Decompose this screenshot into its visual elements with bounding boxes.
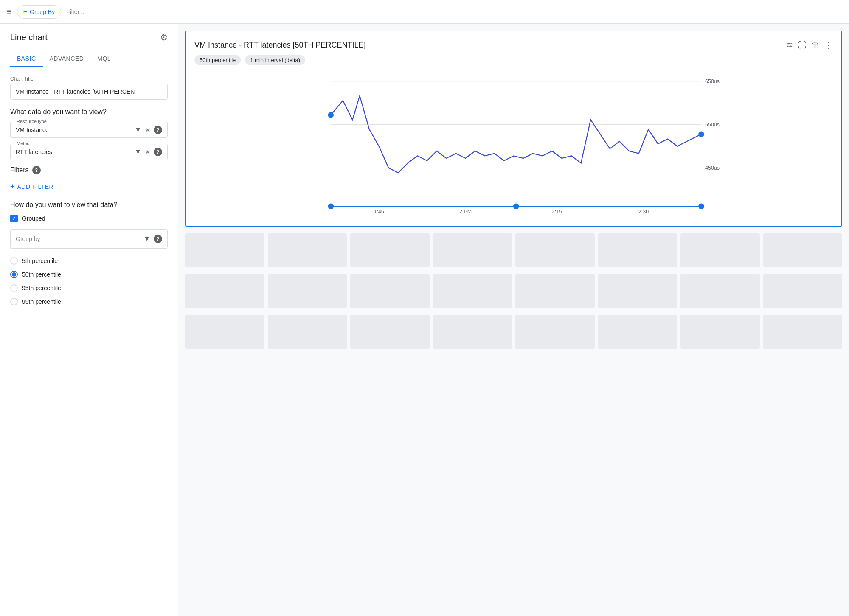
radio-p95-outer <box>10 284 18 292</box>
filter-lines-icon: ≡ <box>7 7 12 17</box>
thumbnail-cell[interactable] <box>680 274 760 308</box>
group-by-dropdown[interactable]: Group by ▼ ? <box>10 229 168 249</box>
plus-icon: + <box>23 8 27 16</box>
top-bar: ≡ + Group By <box>0 0 849 24</box>
thumbnail-cell[interactable] <box>763 233 843 267</box>
expand-icon[interactable]: ⛶ <box>798 40 807 50</box>
panel-title: Line chart <box>10 33 48 42</box>
metric-label: Metric <box>15 141 31 146</box>
radio-p5-outer <box>10 257 18 265</box>
chart-handle-top-right[interactable] <box>698 132 704 137</box>
resource-type-clear-icon[interactable]: ✕ <box>145 126 150 134</box>
thumbnail-cell[interactable] <box>185 274 264 308</box>
resource-type-actions: ▼ ✕ ? <box>135 126 162 134</box>
svg-text:450us: 450us <box>705 165 720 171</box>
tab-basic[interactable]: BASIC <box>10 51 43 67</box>
radio-p99-outer <box>10 298 18 305</box>
metric-clear-icon[interactable]: ✕ <box>145 148 150 156</box>
thumbnail-cell[interactable] <box>680 315 760 349</box>
group-by-label: Group By <box>30 8 55 15</box>
filters-label: Filters <box>10 166 29 174</box>
settings-icon[interactable]: ⚙ <box>160 32 168 42</box>
chart-title-input[interactable] <box>10 84 168 100</box>
radio-p50[interactable]: 50th percentile <box>10 271 168 278</box>
resource-type-help-icon[interactable]: ? <box>154 126 162 134</box>
chart-handle-bottom-left[interactable] <box>328 204 334 210</box>
grouped-row: Grouped <box>10 215 168 222</box>
radio-p5[interactable]: 5th percentile <box>10 257 168 265</box>
thumbnail-cell[interactable] <box>185 233 264 267</box>
metric-actions: ▼ ✕ ? <box>135 148 162 156</box>
svg-text:2 PM: 2 PM <box>459 209 472 215</box>
more-options-icon[interactable]: ⋮ <box>824 40 833 50</box>
thumbnail-cell[interactable] <box>598 315 678 349</box>
thumbnail-cell[interactable] <box>763 274 843 308</box>
data-section-heading: What data do you want to view? <box>10 108 168 116</box>
thumbnail-cell[interactable] <box>268 274 347 308</box>
radio-p50-inner <box>12 272 16 277</box>
chart-card: VM Instance - RTT latencies [50TH PERCEN… <box>185 31 842 227</box>
add-filter-plus-icon: + <box>10 182 15 191</box>
thumbnail-cell[interactable] <box>515 274 595 308</box>
resource-type-value: VM Instance <box>16 126 135 133</box>
thumbnail-grid-2 <box>185 274 842 308</box>
thumbnail-cell[interactable] <box>433 233 512 267</box>
metric-dropdown[interactable]: Metric RTT latencies ▼ ✕ ? <box>10 144 168 160</box>
thumbnail-cell[interactable] <box>680 233 760 267</box>
delete-icon[interactable]: 🗑 <box>812 41 819 50</box>
thumbnail-cell[interactable] <box>268 315 347 349</box>
thumbnail-cell[interactable] <box>350 274 430 308</box>
resource-type-label: Resource type <box>15 119 48 124</box>
thumbnail-cell[interactable] <box>433 315 512 349</box>
line-chart-svg: 1:45 2 PM 2:15 2:30 650us 550us 450us <box>194 72 833 216</box>
main-layout: Line chart ⚙ BASIC ADVANCED MQL Chart Ti… <box>0 24 849 616</box>
group-by-help-icon[interactable]: ? <box>154 235 162 243</box>
thumbnail-cell[interactable] <box>350 233 430 267</box>
group-by-button[interactable]: + Group By <box>17 5 61 19</box>
panel-header: Line chart ⚙ <box>10 32 168 42</box>
filter-input[interactable] <box>66 8 842 15</box>
chart-title-field: Chart Title <box>10 76 168 100</box>
radio-p99-label: 99th percentile <box>22 298 61 305</box>
radio-p5-label: 5th percentile <box>22 258 58 264</box>
metric-arrow-icon[interactable]: ▼ <box>135 148 141 156</box>
group-by-arrow-icon[interactable]: ▼ <box>143 235 150 243</box>
filters-help-icon[interactable]: ? <box>32 166 41 174</box>
chart-handle-bottom-right[interactable] <box>698 204 704 210</box>
add-filter-label: ADD FILTER <box>17 183 54 190</box>
tag-interval: 1 min interval (delta) <box>245 55 305 65</box>
group-by-text: Group by <box>16 235 143 242</box>
svg-text:1:45: 1:45 <box>374 209 384 215</box>
tab-advanced[interactable]: ADVANCED <box>43 51 91 67</box>
chart-handle-top-left[interactable] <box>328 112 334 118</box>
thumbnail-cell[interactable] <box>763 315 843 349</box>
thumbnail-cell[interactable] <box>350 315 430 349</box>
svg-text:2:30: 2:30 <box>638 209 649 215</box>
group-by-actions: ▼ ? <box>143 235 162 243</box>
radio-p95[interactable]: 95th percentile <box>10 284 168 292</box>
tabs-container: BASIC ADVANCED MQL <box>10 51 168 67</box>
metric-help-icon[interactable]: ? <box>154 148 162 156</box>
thumbnail-cell[interactable] <box>185 315 264 349</box>
thumbnail-cell[interactable] <box>515 233 595 267</box>
resource-type-dropdown[interactable]: Resource type VM Instance ▼ ✕ ? <box>10 122 168 138</box>
chart-handle-bottom-middle[interactable] <box>513 204 519 210</box>
grouped-label: Grouped <box>22 215 45 222</box>
legend-icon[interactable]: ≋ <box>787 40 793 50</box>
thumbnail-cell[interactable] <box>598 233 678 267</box>
radio-p99[interactable]: 99th percentile <box>10 298 168 305</box>
add-filter-button[interactable]: + ADD FILTER <box>10 180 53 193</box>
thumbnail-cell[interactable] <box>515 315 595 349</box>
grouped-checkbox[interactable] <box>10 215 18 222</box>
thumbnail-cell[interactable] <box>598 274 678 308</box>
thumbnail-cell[interactable] <box>268 233 347 267</box>
left-panel: Line chart ⚙ BASIC ADVANCED MQL Chart Ti… <box>0 24 178 616</box>
resource-type-arrow-icon[interactable]: ▼ <box>135 126 141 134</box>
tab-mql[interactable]: MQL <box>90 51 118 67</box>
thumbnail-cell[interactable] <box>433 274 512 308</box>
filters-section: Filters ? <box>10 166 168 174</box>
chart-header: VM Instance - RTT latencies [50TH PERCEN… <box>194 40 833 50</box>
metric-value: RTT latencies <box>16 148 135 155</box>
chart-title-label: Chart Title <box>10 76 168 82</box>
chart-tags: 50th percentile 1 min interval (delta) <box>194 55 833 65</box>
